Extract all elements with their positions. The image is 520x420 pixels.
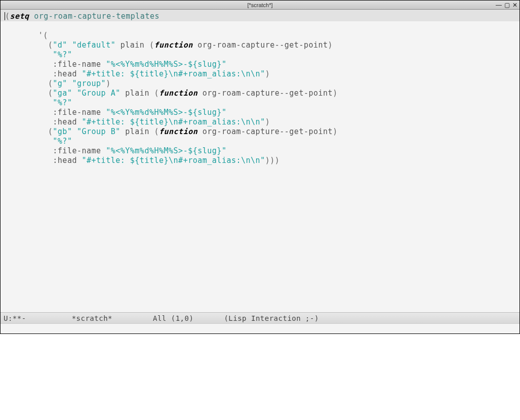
modeline-buffer: *scratch* <box>72 314 112 322</box>
keyword-function: function <box>159 89 197 98</box>
keyword-function: function <box>154 40 192 50</box>
titlebar[interactable]: [*scratch*] — ▢ ✕ <box>1 1 519 10</box>
maximize-icon[interactable]: ▢ <box>503 2 510 9</box>
keyword-function: function <box>159 127 197 136</box>
modeline-mode: (Lisp Interaction ;-) <box>224 314 319 322</box>
modeline[interactable]: U:**- *scratch* All (1,0) (Lisp Interact… <box>1 312 519 323</box>
keyword-setq: setq <box>10 12 29 21</box>
modeline-status: U:**- <box>4 314 26 322</box>
emacs-window: [*scratch*] — ▢ ✕ (setq org-roam-capture… <box>0 0 520 334</box>
desktop-below <box>0 334 520 420</box>
minimize-icon[interactable]: — <box>495 2 502 9</box>
window-title: [*scratch*] <box>1 2 519 8</box>
editor-buffer[interactable]: (setq org-roam-capture-templates '( ("d"… <box>1 10 519 312</box>
close-icon[interactable]: ✕ <box>511 2 518 9</box>
titlebar-buttons: — ▢ ✕ <box>495 1 518 9</box>
modeline-position: All (1,0) <box>153 314 193 322</box>
minibuffer[interactable] <box>1 323 519 333</box>
symbol-var: org-roam-capture-templates <box>34 12 159 21</box>
